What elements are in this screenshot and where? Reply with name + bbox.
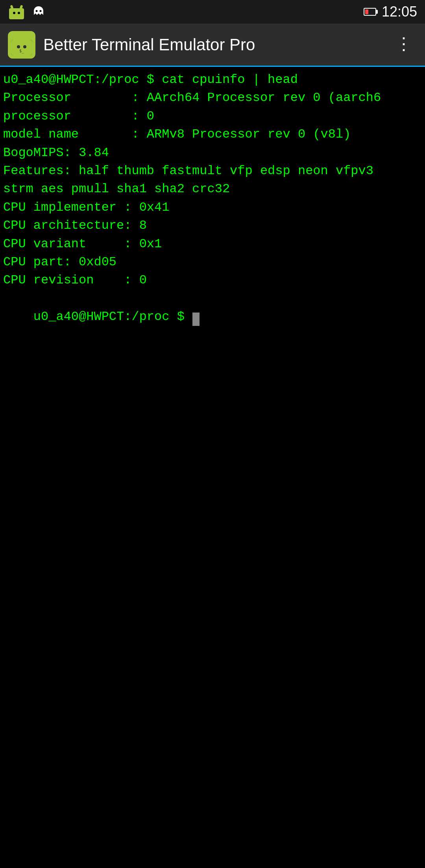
terminal-cursor [192,313,200,326]
terminal-app-icon [8,3,25,20]
terminal-line: CPU variant : 0x1 [3,235,422,253]
svg-point-5 [36,10,38,12]
status-right: 12:05 [364,4,417,20]
time-display: 12:05 [382,4,417,20]
terminal-line: CPU revision : 0 [3,271,422,289]
terminal-line: model name : ARMv8 Processor rev 0 (v8l) [3,125,422,143]
terminal-line: CPU implementer : 0x41 [3,199,422,217]
status-left [8,3,47,20]
terminal-line: BogoMIPS: 3.84 [3,144,422,162]
terminal-line: CPU architecture: 8 [3,217,422,235]
menu-button[interactable]: ⋮ [391,32,417,57]
svg-point-4 [18,12,20,14]
battery-icon [364,8,376,16]
svg-text:$_: $_ [19,49,24,53]
terminal-line: Processor : AArch64 Processor rev 0 (aar… [3,89,422,107]
terminal-line: CPU part: 0xd05 [3,253,422,271]
app-header: $_ Better Terminal Emulator Pro ⋮ [0,24,425,67]
terminal-prompt-line: u0_a40@HWPCT:/proc $ [3,290,422,344]
terminal-prompt-text: u0_a40@HWPCT:/proc $ [33,309,192,324]
terminal-line: u0_a40@HWPCT:/proc $ cat cpuinfo | head [3,71,422,89]
svg-rect-10 [11,40,32,55]
svg-point-3 [13,12,15,14]
notification-icon [30,3,47,20]
svg-rect-0 [9,8,24,19]
app-title: Better Terminal Emulator Pro [43,35,391,54]
terminal[interactable]: u0_a40@HWPCT:/proc $ cat cpuinfo | head … [0,67,425,868]
svg-point-11 [17,45,20,48]
terminal-line: strm aes pmull sha1 sha2 crc32 [3,180,422,198]
terminal-line: Features: half thumb fastmult vfp edsp n… [3,162,422,180]
status-bar: 12:05 [0,0,425,24]
terminal-line: processor : 0 [3,107,422,125]
svg-point-12 [23,45,26,48]
app-logo: $_ [8,31,35,59]
svg-point-6 [40,10,42,12]
